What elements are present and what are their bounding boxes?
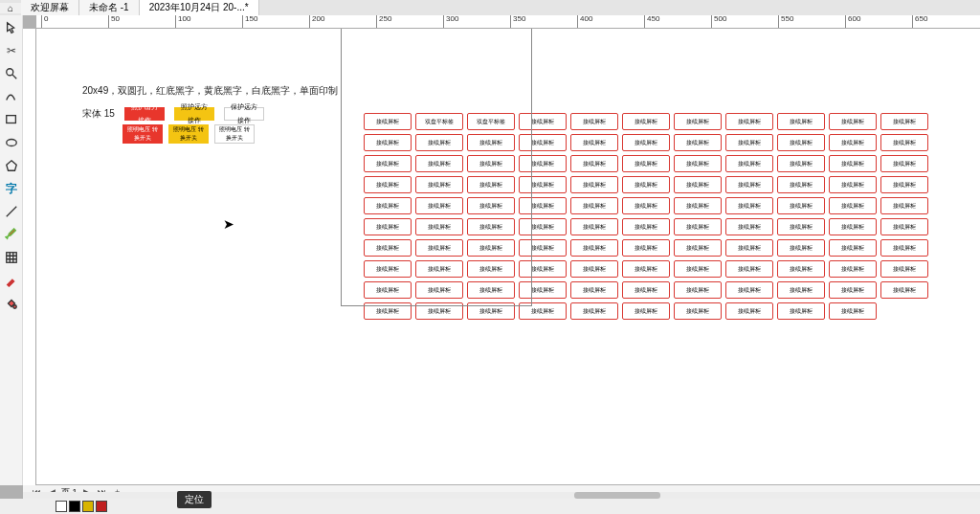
rect-tool-icon[interactable]: [3, 111, 20, 128]
label-cell[interactable]: 接续屏柜: [570, 302, 618, 320]
ruler-tick: 250: [376, 15, 391, 29]
tab-welcome[interactable]: 欢迎屏幕: [21, 0, 79, 15]
label-cell[interactable]: 接续屏柜: [674, 281, 722, 299]
eyedropper-tool-icon[interactable]: [3, 272, 20, 289]
label-cell[interactable]: 接续屏柜: [829, 218, 877, 235]
zoom-tool-icon[interactable]: [3, 65, 20, 82]
label-cell[interactable]: 接续屏柜: [570, 113, 618, 130]
label-cell[interactable]: 接续屏柜: [880, 176, 928, 193]
label-cell[interactable]: 接续屏柜: [622, 134, 670, 151]
label-cell[interactable]: 接续屏柜: [570, 197, 618, 214]
label-cell[interactable]: 接续屏柜: [880, 239, 928, 257]
crop-tool-icon[interactable]: ✂︎: [3, 42, 20, 59]
swatch-red[interactable]: [96, 501, 107, 512]
label-cell[interactable]: 接续屏柜: [725, 113, 773, 130]
label-cell[interactable]: 接续屏柜: [829, 302, 877, 320]
label-cell[interactable]: 接续屏柜: [777, 197, 825, 214]
tab-active-doc[interactable]: 2023年10月24日 20-...*: [140, 0, 259, 15]
canvas-viewport[interactable]: 20x49，双圆孔，红底黑字，黄底黑字，白底黑字，单面印制 宋体 15 照护出力…: [36, 29, 980, 485]
polygon-tool-icon[interactable]: [3, 157, 20, 174]
swatch-yellow[interactable]: [82, 501, 94, 512]
label-cell[interactable]: 接续屏柜: [725, 155, 773, 172]
label-cell[interactable]: 接续屏柜: [777, 260, 825, 278]
label-cell[interactable]: 接续屏柜: [777, 155, 825, 172]
label-cell[interactable]: 接续屏柜: [622, 281, 670, 299]
label-cell[interactable]: 接续屏柜: [829, 281, 877, 299]
label-cell[interactable]: 接续屏柜: [622, 113, 670, 130]
svg-rect-1: [6, 116, 15, 123]
label-cell[interactable]: 接续屏柜: [880, 113, 928, 130]
text-tool-icon[interactable]: 字: [3, 180, 20, 197]
label-cell[interactable]: 接续屏柜: [570, 218, 618, 235]
label-cell[interactable]: 接续屏柜: [570, 176, 618, 193]
swatch-black[interactable]: [69, 501, 80, 512]
label-cell[interactable]: 接续屏柜: [674, 260, 722, 278]
label-cell[interactable]: 接续屏柜: [674, 155, 722, 172]
label-cell[interactable]: 接续屏柜: [777, 176, 825, 193]
label-cell[interactable]: 接续屏柜: [880, 197, 928, 214]
label-cell[interactable]: 接续屏柜: [622, 197, 670, 214]
label-cell[interactable]: 接续屏柜: [829, 239, 877, 257]
label-cell[interactable]: 接续屏柜: [674, 239, 722, 257]
label-cell[interactable]: 接续屏柜: [570, 134, 618, 151]
label-cell[interactable]: 接续屏柜: [674, 113, 722, 130]
swatch-white[interactable]: [56, 501, 67, 512]
label-cell[interactable]: 接续屏柜: [622, 218, 670, 235]
label-cell[interactable]: 接续屏柜: [725, 176, 773, 193]
label-cell[interactable]: 接续屏柜: [570, 155, 618, 172]
label-cell[interactable]: 接续屏柜: [880, 134, 928, 151]
home-button[interactable]: ⌂: [0, 3, 21, 13]
freehand-tool-icon[interactable]: [3, 88, 20, 105]
label-cell[interactable]: 接续屏柜: [674, 134, 722, 151]
horizontal-scrollbar-track[interactable]: [23, 492, 980, 499]
label-cell[interactable]: 接续屏柜: [570, 239, 618, 257]
label-cell[interactable]: 接续屏柜: [622, 176, 670, 193]
ruler-tick: 150: [242, 15, 257, 29]
label-cell[interactable]: 接续屏柜: [829, 260, 877, 278]
label-cell[interactable]: 接续屏柜: [829, 197, 877, 214]
label-cell[interactable]: 接续屏柜: [880, 281, 928, 299]
label-cell[interactable]: 接续屏柜: [674, 197, 722, 214]
tab-unnamed-1[interactable]: 未命名 -1: [79, 0, 140, 15]
label-cell[interactable]: 接续屏柜: [777, 218, 825, 235]
ellipse-tool-icon[interactable]: [3, 134, 20, 151]
grid-tool-icon[interactable]: [3, 249, 20, 266]
label-cell[interactable]: 接续屏柜: [880, 218, 928, 235]
label-cell[interactable]: 接续屏柜: [725, 197, 773, 214]
line-tool-icon[interactable]: [3, 203, 20, 220]
label-cell[interactable]: 接续屏柜: [880, 260, 928, 278]
label-cell[interactable]: 接续屏柜: [777, 134, 825, 151]
label-cell[interactable]: 接续屏柜: [829, 113, 877, 130]
label-cell[interactable]: 接续屏柜: [777, 239, 825, 257]
label-cell[interactable]: 接续屏柜: [622, 260, 670, 278]
label-cell[interactable]: 接续屏柜: [570, 281, 618, 299]
label-cell[interactable]: 接续屏柜: [725, 260, 773, 278]
label-cell[interactable]: 接续屏柜: [622, 302, 670, 320]
label-cell[interactable]: 接续屏柜: [777, 281, 825, 299]
pointer-tool-icon[interactable]: [3, 19, 20, 36]
label-cell[interactable]: 接续屏柜: [674, 218, 722, 235]
label-cell[interactable]: 接续屏柜: [725, 281, 773, 299]
label-cell[interactable]: 接续屏柜: [829, 155, 877, 172]
label-cell[interactable]: 接续屏柜: [725, 134, 773, 151]
label-cell[interactable]: 接续屏柜: [622, 155, 670, 172]
label-cell[interactable]: 接续屏柜: [829, 134, 877, 151]
label-cell[interactable]: 接续屏柜: [725, 302, 773, 320]
fill-tool-icon[interactable]: [3, 295, 20, 312]
label-cell[interactable]: 接续屏柜: [880, 155, 928, 172]
ruler-tick: 100: [175, 15, 190, 29]
label-cell[interactable]: 接续屏柜: [725, 218, 773, 235]
page-surface[interactable]: 20x49，双圆孔，红底黑字，黄底黑字，白底黑字，单面印制 宋体 15 照护出力…: [36, 29, 980, 484]
label-cell[interactable]: 接续屏柜: [570, 260, 618, 278]
label-cell[interactable]: 接续屏柜: [777, 113, 825, 130]
horizontal-scrollbar-thumb[interactable]: [574, 492, 660, 499]
toolbox: ✂︎ 字: [0, 15, 23, 485]
label-cell[interactable]: 接续屏柜: [674, 176, 722, 193]
label-cell[interactable]: 接续屏柜: [829, 176, 877, 193]
pen-tool-icon[interactable]: [3, 226, 20, 243]
label-cell[interactable]: 接续屏柜: [674, 302, 722, 320]
label-cell[interactable]: 接续屏柜: [725, 239, 773, 257]
selection-rectangle[interactable]: [341, 29, 532, 306]
label-cell[interactable]: 接续屏柜: [622, 239, 670, 257]
label-cell[interactable]: 接续屏柜: [777, 302, 825, 320]
